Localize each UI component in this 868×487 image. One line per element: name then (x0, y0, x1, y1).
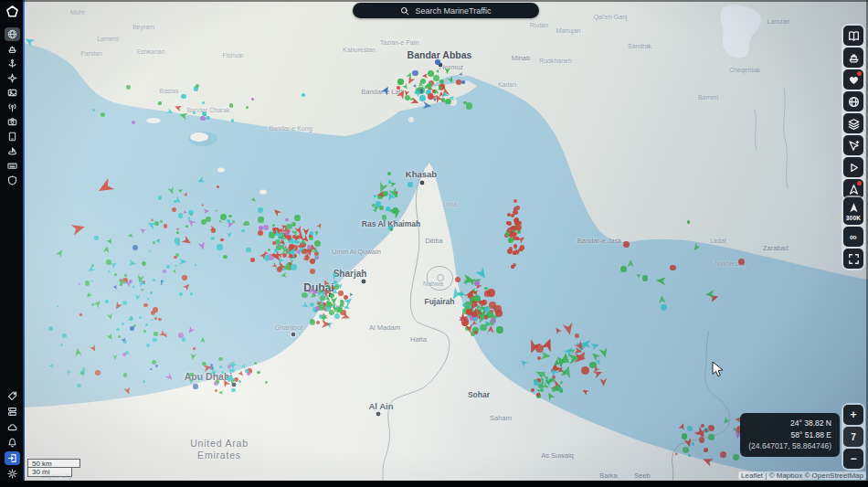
toolbar-button-vessel-filters ferry-icon[interactable] (843, 48, 863, 68)
vessel-marker-magenta-stationary[interactable] (315, 256, 319, 259)
vessel-marker-red-stationary[interactable] (536, 393, 539, 396)
vessel-marker-magenta-stationary[interactable] (200, 116, 205, 121)
vessel-marker-green-stationary[interactable] (269, 232, 275, 238)
vessel-marker-cyan-stationary[interactable] (179, 292, 183, 296)
toolbar-button-vessels-on-map navfill-icon[interactable]: 300K (843, 197, 863, 225)
vessel-marker-green-stationary[interactable] (545, 376, 548, 379)
vessel-marker-green-stationary[interactable] (508, 238, 513, 242)
vessel-marker-red-stationary[interactable] (154, 317, 157, 320)
vessel-marker-red-stationary[interactable] (272, 228, 276, 231)
vessel-marker-green-stationary[interactable] (258, 217, 264, 223)
sidebar-item-photos photo-icon[interactable] (5, 86, 20, 100)
vessel-marker-green-stationary[interactable] (223, 255, 227, 259)
sidebar-item-notifications bell-icon[interactable] (5, 436, 20, 450)
vessel-marker-green-stationary[interactable] (683, 447, 689, 453)
vessel-marker-green-stationary[interactable] (541, 378, 544, 381)
vessel-marker-green-stationary[interactable] (445, 99, 451, 105)
vessel-marker-green-stationary[interactable] (708, 434, 714, 439)
vessel-marker-red-stationary[interactable] (338, 291, 343, 295)
vessel-marker-green-stationary[interactable] (85, 281, 90, 285)
vessel-marker-green-stationary[interactable] (257, 371, 260, 375)
vessel-marker-cyan-stationary[interactable] (188, 210, 193, 215)
vessel-marker-cyan-stationary[interactable] (462, 303, 466, 307)
vessel-marker-cyan-stationary[interactable] (334, 313, 340, 319)
vessel-marker-red-stationary[interactable] (518, 221, 522, 225)
vessel-marker-cyan-stationary[interactable] (219, 365, 222, 368)
vessel-marker-cyan-stationary[interactable] (302, 93, 305, 97)
vessel-marker-cyan-stationary[interactable] (166, 265, 170, 269)
vessel-marker-green-stationary[interactable] (687, 220, 691, 224)
vessel-marker-magenta-stationary[interactable] (228, 365, 231, 368)
sidebar-item-stations beacon-icon[interactable] (5, 71, 20, 85)
vessel-marker-red-stationary[interactable] (153, 307, 158, 312)
vessel-marker-cyan-stationary[interactable] (692, 442, 694, 445)
vessel-marker-green-stationary[interactable] (220, 214, 227, 220)
vessel-marker-red-stationary[interactable] (493, 305, 501, 312)
vessel-marker-green-stationary[interactable] (275, 239, 281, 245)
toolbar-button-favorites heart-icon[interactable] (843, 69, 863, 90)
sidebar-item-plans tag-icon[interactable] (5, 389, 20, 403)
vessel-marker-cyan-stationary[interactable] (408, 182, 413, 187)
vessel-marker-green-stationary[interactable] (397, 79, 404, 85)
vessel-marker-green-stationary[interactable] (216, 380, 219, 384)
vessel-marker-green-stationary[interactable] (433, 75, 439, 81)
sidebar-item-webcams camera-icon[interactable] (5, 115, 20, 129)
toolbar-button-map-layers layers-icon[interactable] (843, 113, 863, 133)
vessel-marker-cyan-stationary[interactable] (129, 317, 133, 322)
toolbar-button-fullscreen expand-icon[interactable] (843, 249, 863, 269)
sidebar-item-tools keyboard-icon[interactable] (5, 159, 20, 173)
sidebar-item-services badge-icon[interactable] (5, 174, 20, 187)
vessel-marker-red-stationary[interactable] (215, 389, 217, 392)
zoom-out-button[interactable]: − (843, 449, 863, 469)
vessel-marker-red-stationary[interactable] (506, 221, 509, 224)
vessel-marker-red-stationary[interactable] (428, 93, 433, 99)
vessel-marker-cyan-stationary[interactable] (291, 264, 297, 270)
vessel-marker-green-stationary[interactable] (416, 88, 420, 92)
vessel-marker-green-stationary[interactable] (228, 215, 231, 217)
vessel-marker-red-stationary[interactable] (484, 315, 488, 319)
vessel-marker-red-stationary[interactable] (581, 366, 589, 375)
vessel-marker-red-stationary[interactable] (513, 252, 516, 256)
vessel-marker-green-stationary[interactable] (589, 362, 596, 368)
sidebar-item-ais-coverage antenna-icon[interactable] (5, 101, 20, 114)
sidebar-item-live-map globe-icon[interactable] (5, 27, 20, 41)
vessel-marker-green-stationary[interactable] (244, 221, 249, 226)
vessel-marker-red-stationary[interactable] (474, 331, 478, 334)
vessel-marker-cyan-stationary[interactable] (182, 337, 186, 342)
vessel-marker-red-stationary[interactable] (513, 244, 517, 248)
vessel-marker-green-stationary[interactable] (106, 259, 111, 265)
vessel-marker-green-stationary[interactable] (484, 287, 487, 290)
vessel-marker-cyan-stationary[interactable] (116, 328, 119, 331)
vessel-marker-green-stationary[interactable] (123, 373, 127, 376)
vessel-marker-green-stationary[interactable] (390, 209, 394, 213)
vessel-marker-cyan-stationary[interactable] (246, 248, 251, 253)
vessel-marker-green-stationary[interactable] (294, 215, 301, 221)
vessel-marker-green-stationary[interactable] (143, 330, 146, 333)
vessel-marker-cyan-stationary[interactable] (181, 94, 185, 99)
vessel-marker-cyan-stationary[interactable] (231, 119, 235, 122)
vessel-marker-green-stationary[interactable] (410, 98, 413, 101)
vessel-marker-cyan-stationary[interactable] (231, 388, 235, 392)
vessel-marker-cyan-stationary[interactable] (661, 304, 667, 311)
vessel-marker-red-stationary[interactable] (720, 451, 726, 458)
vessel-marker-green-stationary[interactable] (302, 292, 307, 298)
vessel-marker-magenta-stationary[interactable] (129, 280, 132, 283)
vessel-marker-red-stationary[interactable] (397, 86, 400, 90)
toolbar-button-map-catalog book-icon[interactable] (843, 26, 863, 46)
vessel-marker-red-stationary[interactable] (513, 207, 516, 210)
vessel-marker-green-stationary[interactable] (329, 310, 333, 314)
vessel-marker-red-stationary[interactable] (507, 213, 511, 217)
toolbar-button-measure-tool cursortrack-icon[interactable] (843, 135, 863, 155)
toolbar-button-density-maps infinity-icon[interactable]: ∞ (843, 227, 863, 247)
vessel-marker-red-stationary[interactable] (456, 79, 461, 85)
vessel-marker-green-stationary[interactable] (158, 101, 161, 104)
vessel-marker-green-stationary[interactable] (310, 320, 315, 325)
vessel-marker-green-stationary[interactable] (334, 284, 339, 289)
toolbar-button-playback play-icon[interactable] (843, 157, 863, 177)
vessel-marker-cyan-stationary[interactable] (264, 255, 270, 260)
vessel-marker-green-stationary[interactable] (390, 228, 394, 231)
vessel-marker-magenta-stationary[interactable] (132, 121, 134, 123)
vessel-marker-blue-stationary[interactable] (132, 245, 138, 250)
vessel-marker-red-stationary[interactable] (623, 241, 630, 248)
vessel-marker-cyan-stationary[interactable] (221, 371, 224, 374)
